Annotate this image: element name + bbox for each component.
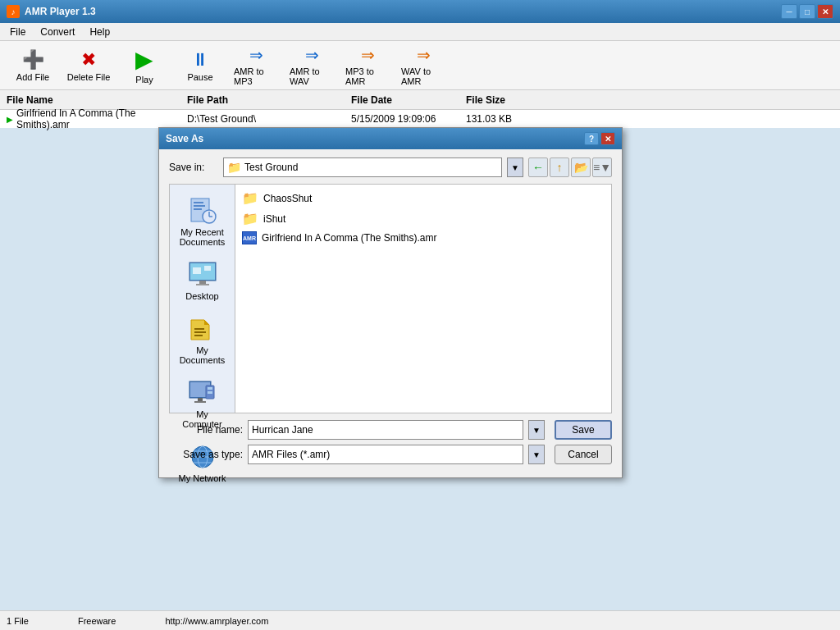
sidebar-nav: My Recent Documents — [169, 184, 235, 413]
file-size-cell: 131.03 KB — [466, 113, 548, 125]
recent-docs-icon — [186, 196, 219, 226]
wav-to-amr-label: WAV to AMR — [401, 66, 445, 86]
mp3-to-amr-icon: ⇒ — [361, 45, 375, 65]
cancel-button[interactable]: Cancel — [555, 445, 612, 464]
dialog-controls: ? ✕ — [584, 132, 615, 145]
menu-help[interactable]: Help — [83, 25, 116, 39]
list-item[interactable]: 📁 ChaosShut — [239, 188, 608, 208]
svg-rect-15 — [194, 335, 203, 336]
wav-to-amr-button[interactable]: ⇒ WAV to AMR — [397, 44, 450, 87]
wav-to-amr-icon: ⇒ — [417, 45, 431, 65]
my-documents-icon — [186, 314, 219, 344]
filetype-dropdown-arrow[interactable]: ▼ — [528, 445, 545, 464]
dialog-cancel-buttons: Cancel — [555, 445, 612, 464]
save-in-value: Test Ground — [244, 162, 498, 173]
svg-rect-22 — [208, 391, 212, 394]
amr-to-mp3-button[interactable]: ⇒ AMR to MP3 — [230, 44, 282, 87]
menu-file[interactable]: File — [3, 25, 32, 39]
status-bar: 1 File Freeware http://www.amrplayer.com — [0, 610, 840, 630]
nav-up-button[interactable]: ↑ — [550, 158, 569, 177]
maximize-button[interactable]: □ — [799, 4, 815, 19]
save-in-dropdown-arrow[interactable]: ▼ — [507, 158, 523, 177]
menu-bar: File Convert Help — [0, 23, 840, 41]
save-in-folder-icon: 📁 — [227, 161, 241, 174]
amr-to-wav-icon: ⇒ — [305, 45, 319, 65]
add-file-button[interactable]: ➕ Add File — [7, 44, 59, 87]
nav-back-button[interactable]: ← — [528, 158, 548, 177]
dialog-help-button[interactable]: ? — [584, 132, 599, 145]
my-network-label: My Network — [178, 473, 226, 483]
dialog-fields: File name: Hurrican Jane ▼ Save Save as … — [169, 420, 612, 464]
svg-rect-2 — [194, 205, 205, 207]
add-file-icon: ➕ — [22, 49, 44, 71]
sidebar-item-desktop[interactable]: Desktop — [173, 255, 232, 306]
save-in-label: Save in: — [169, 162, 218, 173]
dialog-nav-toolbar: ← ↑ 📂 ≡▼ — [528, 158, 612, 177]
pause-label: Pause — [187, 72, 212, 82]
mp3-to-amr-label: MP3 to AMR — [345, 66, 390, 86]
filename-input[interactable]: Hurrican Jane — [248, 420, 523, 440]
dialog-title-bar: Save As ? ✕ — [159, 128, 622, 149]
folder-name: iShut — [263, 213, 285, 225]
dialog-body: Save in: 📁 Test Ground ▼ ← ↑ 📂 ≡▼ — [159, 149, 622, 477]
amr-to-mp3-icon: ⇒ — [249, 45, 263, 65]
dialog-close-button[interactable]: ✕ — [600, 132, 615, 145]
header-filesize: File Size — [466, 94, 548, 106]
pause-button[interactable]: ⏸ Pause — [174, 44, 226, 87]
folder-name: ChaosShut — [263, 193, 312, 204]
mp3-to-amr-button[interactable]: ⇒ MP3 to AMR — [341, 44, 394, 87]
list-item[interactable]: 📁 iShut — [239, 208, 608, 229]
delete-file-label: Delete File — [67, 72, 111, 82]
file-date-cell: 5/15/2009 19:09:06 — [351, 113, 466, 125]
list-item[interactable]: AMR Girlfriend In A Comma (The Smiths).a… — [239, 229, 608, 247]
filetype-input[interactable]: AMR Files (*.amr) — [248, 445, 523, 464]
close-button[interactable]: ✕ — [817, 4, 833, 19]
svg-rect-1 — [194, 202, 203, 203]
sidebar-item-network[interactable]: My Network — [173, 437, 232, 488]
menu-convert[interactable]: Convert — [34, 25, 81, 39]
filename-row: File name: Hurrican Jane ▼ Save — [169, 420, 612, 440]
my-documents-label: My Documents — [176, 345, 229, 365]
svg-rect-3 — [194, 208, 202, 210]
app-title: AMR Player 1.3 — [25, 6, 96, 17]
my-computer-icon — [186, 378, 219, 408]
sidebar-item-recent[interactable]: My Recent Documents — [173, 191, 232, 252]
file-name: Girlfriend In A Comma (The Smiths).amr — [262, 232, 436, 244]
svg-rect-21 — [208, 387, 212, 390]
save-in-row: Save in: 📁 Test Ground ▼ ← ↑ 📂 ≡▼ — [169, 158, 612, 177]
filetype-value: AMR Files (*.amr) — [252, 449, 519, 460]
pause-icon: ⏸ — [191, 49, 209, 71]
filename-label: File name: — [169, 424, 243, 436]
filetype-label: Save as type: — [169, 449, 243, 460]
dialog-action-buttons: Save — [555, 420, 612, 440]
file-path-cell: D:\Test Ground\ — [187, 113, 351, 125]
svg-rect-18 — [198, 398, 203, 401]
nav-view-button[interactable]: ≡▼ — [592, 158, 612, 177]
play-label: Play — [135, 75, 153, 84]
save-button[interactable]: Save — [555, 420, 612, 440]
filename-value: Hurrican Jane — [252, 424, 519, 436]
play-button[interactable]: ▶ Play — [118, 44, 171, 87]
file-browser[interactable]: 📁 ChaosShut 📁 iShut AMR Girlfriend In A … — [235, 184, 612, 413]
title-bar: ♪ AMR Player 1.3 ─ □ ✕ — [0, 0, 840, 23]
filetype-row: Save as type: AMR Files (*.amr) ▼ Cancel — [169, 445, 612, 464]
save-in-combo[interactable]: 📁 Test Ground — [223, 158, 502, 177]
svg-rect-10 — [196, 284, 209, 285]
sidebar-item-documents[interactable]: My Documents — [173, 309, 232, 370]
delete-file-button[interactable]: ✖ Delete File — [62, 44, 115, 87]
svg-rect-13 — [194, 328, 204, 330]
amr-to-wav-button[interactable]: ⇒ AMR to WAV — [285, 44, 338, 87]
toolbar: ➕ Add File ✖ Delete File ▶ Play ⏸ Pause … — [0, 41, 840, 90]
status-license: Freeware — [78, 616, 116, 626]
minimize-button[interactable]: ─ — [781, 4, 797, 19]
filename-dropdown-arrow[interactable]: ▼ — [528, 420, 545, 440]
status-website: http://www.amrplayer.com — [165, 616, 268, 626]
table-row[interactable]: ▶ Girlfriend In A Comma (The Smiths).amr… — [0, 110, 840, 128]
svg-rect-12 — [204, 266, 211, 271]
status-file-count: 1 File — [7, 616, 29, 626]
title-bar-left: ♪ AMR Player 1.3 — [7, 5, 96, 18]
folder-icon: 📁 — [242, 190, 258, 206]
nav-new-folder-button[interactable]: 📂 — [571, 158, 591, 177]
amr-to-wav-label: AMR to WAV — [290, 66, 334, 86]
desktop-label: Desktop — [185, 291, 218, 301]
